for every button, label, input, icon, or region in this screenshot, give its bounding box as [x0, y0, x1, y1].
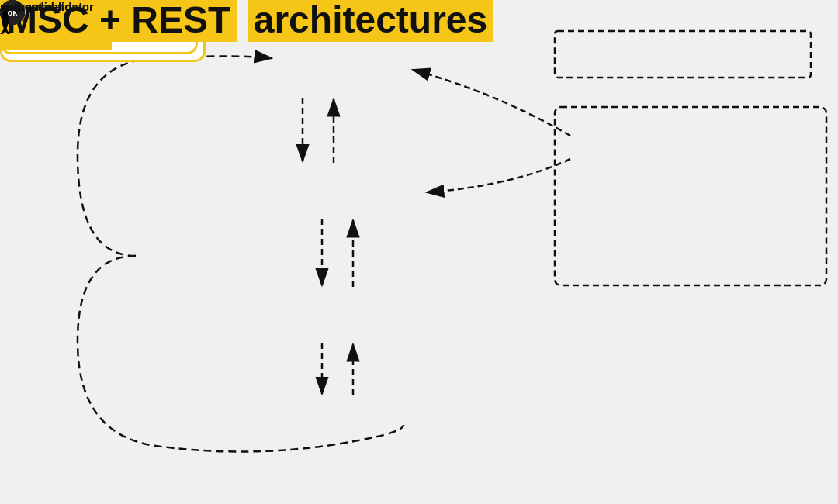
request-validator-label: request validator: [0, 0, 94, 13]
arrows-svg: [0, 0, 838, 504]
svg-rect-9: [555, 107, 826, 285]
svg-rect-8: [555, 31, 811, 78]
diagram: Routes Controllers Services Models(Seque…: [0, 0, 838, 504]
